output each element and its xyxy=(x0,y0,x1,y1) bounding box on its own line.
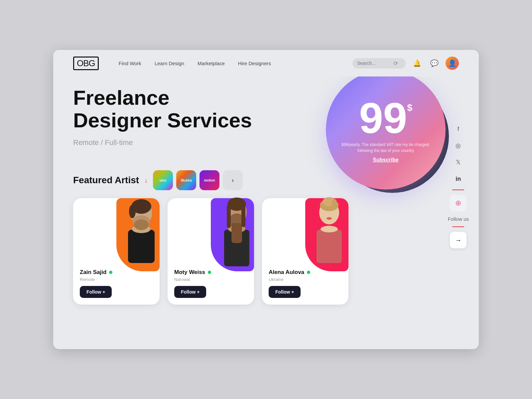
facebook-icon[interactable]: f xyxy=(452,123,464,135)
nav-marketplace[interactable]: Marketplace xyxy=(198,61,225,66)
arrow-icon: → xyxy=(455,236,462,244)
follow-button-2[interactable]: Follow + xyxy=(174,286,206,298)
svg-point-21 xyxy=(327,217,332,220)
artist-cards: Zain Sajid Remote Follow + xyxy=(73,198,459,305)
svg-rect-16 xyxy=(317,230,342,263)
featured-title: Featured Artist xyxy=(73,175,139,186)
follow-button-1[interactable]: Follow + xyxy=(80,286,112,298)
artist-photo-3 xyxy=(299,193,350,273)
follow-button-3[interactable]: Follow + xyxy=(269,286,301,298)
svg-point-17 xyxy=(321,226,338,232)
featured-arrow-icon: ↓ xyxy=(144,177,148,184)
message-button[interactable]: 💬 xyxy=(428,57,440,69)
price-widget: 99 $ $99/yearly. The standard VAT rate m… xyxy=(326,70,466,196)
nav-learn-design[interactable]: Learn Design xyxy=(155,61,184,66)
next-arrow-button[interactable]: → xyxy=(450,232,466,248)
pill-illustra[interactable]: illustra xyxy=(176,170,196,190)
artist-location-2: Narowal xyxy=(174,277,247,282)
avatar[interactable]: 👤 xyxy=(446,57,459,70)
svg-rect-11 xyxy=(231,223,242,243)
search-icon: ⟳ xyxy=(394,60,398,66)
price-currency: $ xyxy=(407,103,413,112)
main-screen: OBG Find Work Learn Design Marketplace H… xyxy=(53,50,479,349)
linkedin-icon[interactable]: in xyxy=(452,173,464,185)
follow-us-label: Follow us xyxy=(448,216,469,222)
svg-rect-14 xyxy=(241,205,245,227)
nav-hire-designers[interactable]: Hire Designers xyxy=(238,61,271,66)
artist-card-1: Zain Sajid Remote Follow + xyxy=(73,198,160,305)
artist-card-2: Moty Weiss Narowal Follow + xyxy=(168,198,254,305)
svg-rect-1 xyxy=(128,230,155,263)
notification-button[interactable]: 🔔 xyxy=(411,57,423,69)
nav-find-work[interactable]: Find Work xyxy=(119,61,141,66)
price-number: 99 $ xyxy=(359,96,412,140)
svg-rect-13 xyxy=(227,205,231,228)
artist-photo-2 xyxy=(204,192,257,275)
pill-more-label: › xyxy=(232,177,234,184)
svg-point-4 xyxy=(134,219,149,230)
price-circle: 99 $ $99/yearly. The standard VAT rate m… xyxy=(326,70,446,190)
hero-title-line1: Freelance xyxy=(73,86,170,109)
main-content: Freelance Designer Services Remote / Ful… xyxy=(53,76,479,164)
artist-location-1: Remote xyxy=(80,277,153,282)
social-sidebar: f ◎ 𝕏 in ⊕ Follow us → xyxy=(448,123,469,248)
dribbble-icon[interactable]: ⊕ xyxy=(450,195,466,211)
search-bar[interactable]: ⟳ xyxy=(352,58,406,68)
twitter-icon[interactable]: 𝕏 xyxy=(452,156,464,168)
pill-motion-label: motion xyxy=(204,179,215,182)
navbar: OBG Find Work Learn Design Marketplace H… xyxy=(53,50,479,76)
svg-rect-20 xyxy=(332,199,336,209)
hero-title-line2: Designer Services xyxy=(73,109,252,132)
card-info-1: Zain Sajid Remote Follow + xyxy=(80,269,153,298)
artist-location-3: Ukraine xyxy=(269,277,342,282)
card-info-3: Alena Aulova Ukraine Follow + xyxy=(269,269,342,298)
logo-text: OBG xyxy=(77,58,95,68)
artist-photo-1 xyxy=(110,193,161,273)
pill-uiux[interactable]: uiux xyxy=(153,170,173,190)
logo[interactable]: OBG xyxy=(73,57,99,70)
artist-name-2: Moty Weiss xyxy=(174,269,205,276)
social-divider xyxy=(452,190,464,190)
pill-uiux-label: uiux xyxy=(160,179,167,182)
social-divider-2 xyxy=(452,226,464,227)
category-pills: uiux illustra motion › xyxy=(153,170,243,190)
pill-illustra-label: illustra xyxy=(181,179,192,182)
instagram-icon[interactable]: ◎ xyxy=(452,140,464,152)
nav-actions: ⟳ 🔔 💬 👤 xyxy=(352,57,459,70)
hero-subtitle-text: Remote / Full-time xyxy=(73,138,133,147)
svg-point-6 xyxy=(129,205,136,218)
nav-links: Find Work Learn Design Marketplace Hire … xyxy=(119,61,352,66)
price-value: 99 xyxy=(359,96,407,140)
artist-card-3: Alena Aulova Ukraine Follow + xyxy=(262,198,348,305)
subscribe-link[interactable]: Subscribe xyxy=(373,157,398,163)
search-input[interactable] xyxy=(357,61,394,66)
artist-name-1: Zain Sajid xyxy=(80,269,106,276)
pill-more[interactable]: › xyxy=(223,170,243,190)
price-description: $99/yearly. The standard VAT rate my be … xyxy=(326,142,446,154)
pill-motion[interactable]: motion xyxy=(200,170,219,190)
